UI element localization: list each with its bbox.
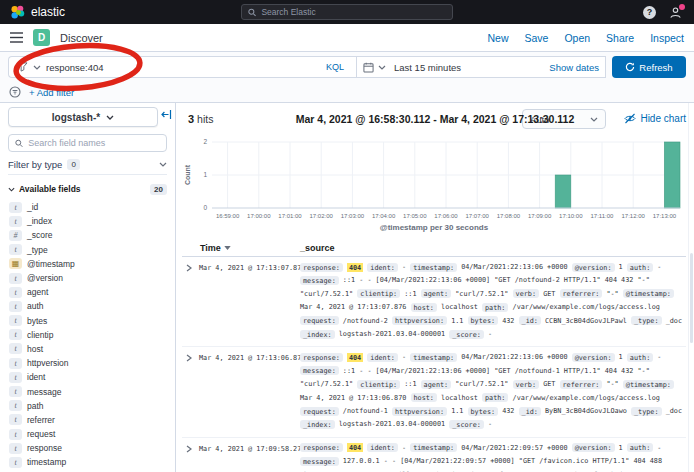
column-time[interactable]: Time: [182, 243, 300, 253]
field-type-icon: t: [9, 287, 22, 298]
field-item-_index[interactable]: t_index: [8, 214, 167, 228]
field-badge: _type:: [631, 407, 662, 416]
document-table: Mar 4, 2021 @ 17:13:07.876response: 404 …: [182, 257, 686, 472]
field-item-auth[interactable]: tauth: [8, 299, 167, 313]
expand-row-icon[interactable]: [182, 261, 199, 341]
field-type-icon: #: [9, 230, 22, 241]
sidebar: logstash-* Filter by type 0 Available fi…: [0, 103, 176, 472]
field-badge: ident:: [367, 263, 398, 272]
nav-action-new[interactable]: New: [487, 32, 508, 44]
field-item-@timestamp[interactable]: ▦@timestamp: [8, 257, 167, 271]
available-fields-header[interactable]: Available fields 20: [8, 182, 167, 196]
field-badge: @version:: [572, 353, 615, 362]
field-badge: message:: [300, 366, 339, 375]
filter-by-type-label: Filter by type: [8, 159, 62, 170]
query-language-button[interactable]: KQL: [322, 62, 348, 72]
filter-by-type[interactable]: Filter by type 0: [8, 158, 167, 175]
field-type-icon: t: [9, 386, 22, 397]
show-dates-button[interactable]: Show dates: [549, 62, 599, 73]
field-item-response[interactable]: tresponse: [8, 441, 167, 455]
field-badge: _index:: [300, 330, 335, 339]
query-input-box[interactable]: KQL: [8, 56, 356, 78]
field-item-_type[interactable]: t_type: [8, 243, 167, 257]
field-badge: _index:: [300, 420, 335, 429]
field-item-timestamp[interactable]: ttimestamp: [8, 455, 167, 469]
highlight-match: 404: [347, 443, 363, 452]
field-item-@version[interactable]: t@version: [8, 271, 167, 285]
field-name: clientip: [27, 330, 53, 340]
field-badge: request:: [300, 407, 339, 416]
column-source: _source: [300, 243, 686, 253]
table-row: Mar 4, 2021 @ 17:13:06.870response: 404 …: [182, 347, 686, 437]
menu-icon[interactable]: [10, 32, 23, 43]
field-type-icon: t: [9, 400, 22, 411]
expand-row-icon[interactable]: [182, 351, 199, 431]
scrollbar-thumb[interactable]: [690, 253, 693, 343]
hide-chart-button[interactable]: Hide chart: [624, 113, 686, 124]
chevron-down-icon[interactable]: [33, 65, 41, 70]
field-item-path[interactable]: tpath: [8, 399, 167, 413]
refresh-button[interactable]: Refresh: [612, 56, 686, 78]
global-search-input[interactable]: [261, 7, 446, 17]
chart-x-axis-title: @timestamp per 30 seconds: [182, 223, 686, 237]
field-name: ident: [27, 372, 45, 382]
field-item-httpversion[interactable]: thttpversion: [8, 356, 167, 370]
add-filter-button[interactable]: + Add filter: [29, 87, 74, 98]
global-search[interactable]: [241, 4, 453, 20]
breadcrumb[interactable]: Discover: [60, 32, 103, 44]
field-badge: request:: [300, 316, 339, 325]
index-pattern-select[interactable]: logstash-*: [8, 107, 158, 127]
elastic-logo[interactable]: elastic: [10, 5, 65, 20]
field-item-_score[interactable]: #_score: [8, 228, 167, 242]
field-name: timestamp: [27, 457, 66, 467]
field-type-icon: t: [9, 343, 22, 354]
field-item-_id[interactable]: t_id: [8, 200, 167, 214]
refresh-icon: [625, 62, 635, 72]
field-item-host[interactable]: thost: [8, 342, 167, 356]
svg-text:17:08:00: 17:08:00: [497, 213, 521, 219]
row-timestamp: Mar 4, 2021 @ 17:13:07.876: [199, 261, 300, 341]
field-search-input[interactable]: [28, 138, 160, 148]
brand-text: elastic: [31, 5, 65, 19]
row-source: response: 404 ident: - timestamp: 04/Mar…: [300, 351, 686, 431]
field-item-bytes[interactable]: tbytes: [8, 314, 167, 328]
svg-text:Count: Count: [184, 164, 191, 185]
search-icon: [248, 8, 256, 17]
filter-options-icon[interactable]: [9, 86, 21, 98]
field-badge: path:: [482, 393, 508, 402]
user-avatar[interactable]: [669, 6, 684, 19]
field-item-request[interactable]: trequest: [8, 427, 167, 441]
nav-action-save[interactable]: Save: [524, 32, 548, 44]
field-item-message[interactable]: tmessage: [8, 384, 167, 398]
filter-funnel-icon[interactable]: [17, 62, 28, 72]
chevron-down-icon: [106, 115, 114, 120]
field-name: auth: [27, 301, 44, 311]
svg-text:2: 2: [203, 138, 207, 145]
field-item-agent[interactable]: tagent: [8, 285, 167, 299]
field-badge: response:: [300, 353, 343, 362]
nav-action-open[interactable]: Open: [564, 32, 590, 44]
collapse-sidebar-icon[interactable]: [161, 109, 172, 120]
nav-action-inspect[interactable]: Inspect: [650, 32, 684, 44]
scrollbar[interactable]: [688, 103, 694, 472]
nav-action-share[interactable]: Share: [606, 32, 634, 44]
svg-text:17:00:00: 17:00:00: [247, 213, 271, 219]
expand-row-icon[interactable]: [182, 442, 199, 472]
histogram-chart[interactable]: 01216:59:0017:00:0017:01:0017:02:0017:03…: [182, 135, 686, 223]
help-icon[interactable]: ?: [643, 6, 656, 19]
field-item-clientip[interactable]: tclientip: [8, 328, 167, 342]
field-item-referrer[interactable]: treferrer: [8, 413, 167, 427]
field-type-icon: t: [9, 372, 22, 383]
field-type-icon: t: [9, 216, 22, 227]
field-type-icon: t: [9, 329, 22, 340]
global-header: elastic ?: [0, 0, 694, 24]
svg-text:0: 0: [203, 204, 207, 211]
field-item-ident[interactable]: tident: [8, 370, 167, 384]
field-badge: timestamp:: [410, 263, 457, 272]
query-input[interactable]: [46, 62, 317, 73]
date-picker[interactable]: Last 15 minutes Show dates: [356, 56, 606, 78]
svg-text:16:59:00: 16:59:00: [216, 213, 240, 219]
field-badge: host:: [411, 303, 437, 312]
field-search[interactable]: [8, 134, 167, 152]
time-range-value[interactable]: Last 15 minutes: [394, 62, 461, 73]
